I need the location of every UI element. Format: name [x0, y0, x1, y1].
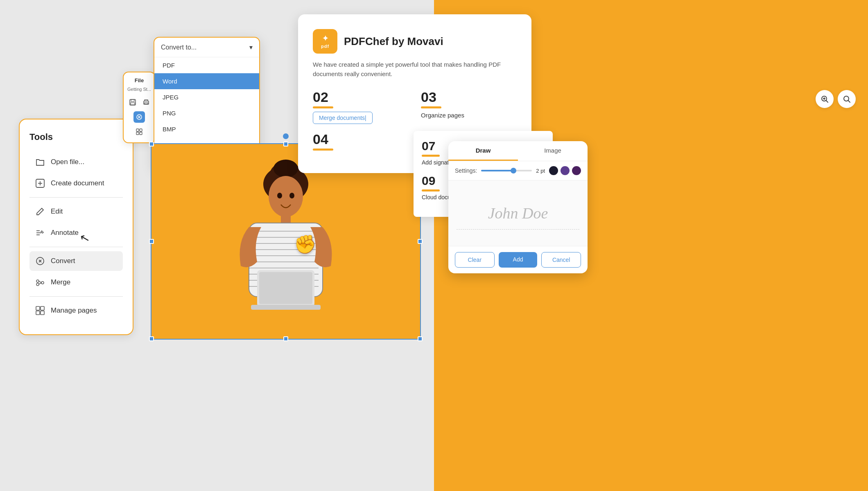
clear-button[interactable]: Clear [455, 252, 495, 268]
folder-icon [34, 156, 46, 168]
signature-draw-area[interactable]: John Doe [448, 180, 588, 246]
convert-option-png[interactable]: PNG [154, 105, 259, 121]
color-purple[interactable] [561, 166, 570, 175]
signature-action-buttons: Clear Add Cancel [448, 246, 588, 273]
convert-select-trigger[interactable]: Convert to... ▾ [154, 38, 259, 57]
pdf-feature-02: 02 Merge documents| [313, 90, 409, 124]
top-anchor-handle[interactable] [283, 133, 289, 139]
svg-rect-18 [145, 103, 148, 104]
svg-rect-16 [131, 103, 135, 105]
pdf-feature-03: 03 Organize pages [421, 90, 517, 124]
file-subtitle: Getting St... [127, 87, 151, 92]
svg-rect-10 [36, 306, 40, 310]
sidebar-item-convert[interactable]: Convert [29, 251, 123, 271]
svg-rect-45 [251, 305, 321, 310]
chevron-down-icon: ▾ [249, 43, 253, 51]
file-icon-row [127, 97, 151, 108]
svg-point-28 [274, 160, 298, 178]
pdf-logo-text: pdf [321, 44, 329, 49]
pencil-icon [34, 206, 46, 217]
annotate-label: Annotate [51, 229, 79, 237]
file-panel: File Getting St... [123, 72, 156, 143]
convert-label: Convert [51, 257, 75, 265]
handle-top-middle[interactable] [283, 142, 288, 146]
sidebar-item-create-document[interactable]: Create document [29, 173, 123, 193]
active-tool-icon-btn[interactable] [133, 111, 145, 123]
brush-size-slider[interactable] [481, 170, 532, 171]
word-option-label: Word [163, 78, 177, 85]
sidebar-item-merge[interactable]: Merge [29, 273, 123, 292]
feature-03-bar [421, 106, 441, 108]
drag-cursor-icon: ✊ [294, 234, 316, 255]
svg-rect-22 [136, 129, 139, 131]
svg-rect-24 [136, 132, 139, 135]
doc-07-bar [422, 155, 440, 157]
merge-icon [34, 277, 46, 288]
tools-panel: Tools Open file... Create document Edit [19, 119, 133, 335]
feature-03-num: 03 [421, 90, 517, 104]
svg-point-7 [36, 280, 39, 282]
color-picker [549, 166, 581, 175]
handle-bottom-right[interactable] [418, 336, 423, 341]
signature-settings: Settings: 2 pt [448, 161, 588, 180]
woman-figure [216, 151, 355, 331]
svg-line-53 [848, 101, 850, 103]
convert-option-bmp[interactable]: BMP [154, 121, 259, 137]
signature-baseline [457, 229, 579, 230]
print-icon-btn[interactable] [140, 97, 151, 108]
convert-option-jpeg[interactable]: JPEG [154, 89, 259, 105]
slider-thumb[interactable] [511, 168, 516, 173]
edit-label: Edit [51, 207, 63, 216]
handle-middle-right[interactable] [418, 239, 423, 244]
svg-rect-11 [41, 306, 44, 310]
convert-icon [34, 255, 46, 267]
convert-option-word[interactable]: Word [154, 73, 259, 89]
svg-point-8 [36, 283, 39, 286]
handle-top-left[interactable] [149, 142, 154, 146]
color-dark-navy[interactable] [549, 166, 558, 175]
bmp-option-label: BMP [163, 126, 176, 133]
jpeg-option-label: JPEG [163, 94, 179, 101]
sidebar-item-manage-pages[interactable]: Manage pages [29, 301, 123, 320]
manage-pages-label: Manage pages [51, 306, 97, 315]
convert-select-value: Convert to... [161, 44, 197, 51]
divider-3 [29, 296, 123, 297]
feature-04-num: 04 [313, 132, 409, 146]
pdf-card-title: PDFChef by Movavi [344, 35, 443, 48]
merge-documents-button[interactable]: Merge documents| [313, 112, 373, 124]
create-document-label: Create document [51, 179, 104, 187]
file-tab-label: File [127, 77, 151, 83]
svg-rect-12 [36, 311, 40, 315]
grid-view-icon-btn[interactable] [133, 126, 145, 137]
add-button[interactable]: Add [499, 252, 538, 268]
plus-square-icon [34, 178, 46, 189]
settings-label: Settings: [455, 167, 477, 174]
pdf-option-label: PDF [163, 62, 175, 69]
feature-02-bar [313, 106, 333, 108]
handle-middle-left[interactable] [149, 239, 154, 244]
color-dark-purple[interactable] [572, 166, 581, 175]
image-background: ✊ [151, 144, 420, 339]
svg-rect-13 [41, 311, 44, 315]
grid-icon [34, 305, 46, 316]
save-icon-btn[interactable] [127, 97, 138, 108]
tab-image[interactable]: Image [518, 141, 588, 161]
open-file-label: Open file... [51, 158, 84, 166]
handle-bottom-left[interactable] [149, 336, 154, 341]
sidebar-item-open-file[interactable]: Open file... [29, 152, 123, 172]
tab-draw[interactable]: Draw [448, 141, 518, 161]
annotate-icon [34, 227, 46, 239]
convert-option-pdf[interactable]: PDF [154, 57, 259, 73]
sidebar-item-annotate[interactable]: Annotate [29, 223, 123, 243]
zoom-icon-button[interactable] [816, 90, 834, 108]
handle-bottom-middle[interactable] [283, 336, 288, 341]
pdf-card-description: We have created a simple yet powerful to… [313, 60, 517, 79]
cancel-button[interactable]: Cancel [541, 252, 581, 268]
feature-02-num: 02 [313, 90, 409, 104]
svg-rect-44 [259, 272, 312, 304]
feature-04-bar [313, 149, 333, 151]
search-icon-button[interactable] [838, 90, 856, 108]
doc-09-bar [422, 189, 440, 191]
sidebar-item-edit[interactable]: Edit [29, 202, 123, 221]
pdf-card-header: ✦ pdf PDFChef by Movavi [313, 29, 517, 54]
